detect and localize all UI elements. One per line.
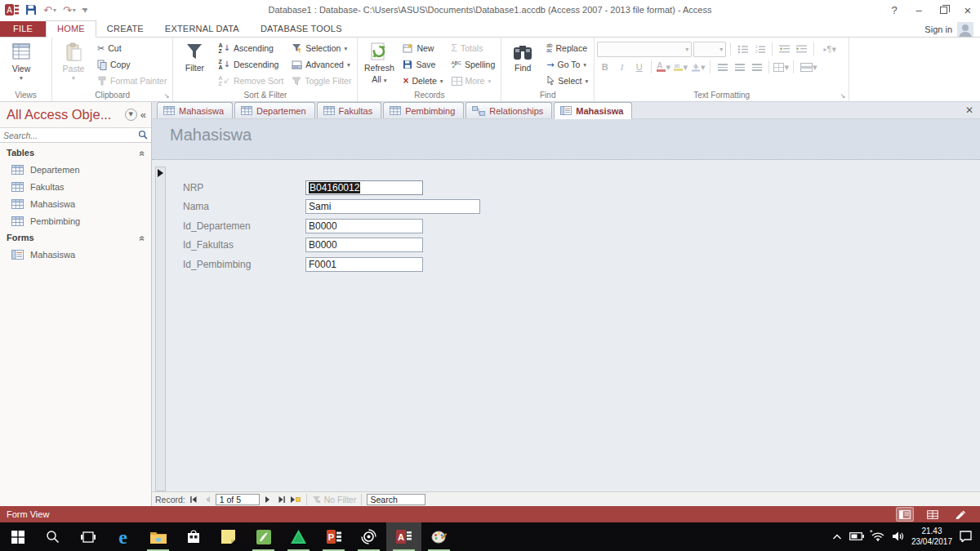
navpane-item-mahasiswa-form[interactable]: Mahasiswa [0, 246, 151, 263]
view-button[interactable]: View ▾ [2, 40, 40, 89]
field-input-id-departemen[interactable]: B0000 [305, 219, 423, 233]
navpane-group-tables[interactable]: Tables « [0, 144, 151, 161]
field-input-nrp[interactable]: B04160012 [305, 180, 423, 195]
navpane-item-departemen[interactable]: Departemen [0, 161, 151, 178]
tab-create[interactable]: CREATE [96, 21, 154, 37]
form-view-icon[interactable] [897, 508, 913, 521]
font-size-combo[interactable]: ▾ [693, 42, 726, 57]
record-position[interactable]: 1 of 5 [216, 494, 260, 505]
delete-record-button[interactable]: × Delete▾ [399, 73, 446, 89]
text-direction-icon[interactable]: ▸¶▾ [818, 42, 841, 57]
taskbar-drawing-app-button[interactable] [246, 522, 281, 551]
no-filter-button[interactable]: No Filter [312, 495, 357, 504]
advanced-button[interactable]: Advanced▾ [288, 56, 354, 73]
doc-tab-mahasiswa-form[interactable]: Mahasiswa [554, 102, 632, 119]
record-selector[interactable] [155, 167, 166, 491]
more-button[interactable]: More▾ [448, 73, 499, 89]
doc-tab-fakultas[interactable]: Fakultas [317, 102, 382, 118]
redo-icon[interactable]: ↷▾ [63, 5, 76, 16]
select-button[interactable]: Select▾ [543, 73, 591, 89]
taskbar-sticky-notes-button[interactable] [211, 522, 246, 551]
shutter-bar-close-icon[interactable]: « [140, 109, 146, 121]
cut-button[interactable]: ✂ Cut [94, 40, 170, 56]
tab-database-tools[interactable]: DATABASE TOOLS [250, 21, 353, 37]
taskbar-search-button[interactable] [35, 522, 70, 551]
collapse-group-icon[interactable]: « [137, 151, 149, 155]
background-color-button[interactable]: ▾ [690, 60, 706, 75]
tray-chevron-up-icon[interactable] [832, 532, 842, 542]
doc-tab-pembimbing[interactable]: Pembimbing [383, 102, 464, 118]
battery-icon[interactable] [849, 532, 864, 542]
first-record-icon[interactable] [188, 494, 199, 505]
increase-indent-icon[interactable] [794, 42, 809, 57]
navpane-search-input[interactable] [3, 131, 135, 140]
navpane-group-forms[interactable]: Forms « [0, 229, 151, 246]
close-tab-icon[interactable]: ✕ [965, 104, 973, 116]
bold-button[interactable]: B [597, 60, 612, 75]
last-record-icon[interactable] [276, 494, 287, 505]
paste-button[interactable]: Paste ▾ [55, 40, 92, 89]
field-input-nama[interactable]: Sami [305, 199, 480, 214]
replace-button[interactable]: abac Replace [543, 40, 591, 56]
numbering-icon[interactable]: 12 [752, 42, 768, 57]
field-input-id-pembimbing[interactable]: F0001 [305, 257, 423, 272]
start-button[interactable] [0, 522, 35, 551]
customize-qat-icon[interactable]: ▬▾ [82, 7, 87, 12]
clipboard-dialog-launcher-icon[interactable]: ↘ [164, 92, 170, 100]
navpane-item-pembimbing[interactable]: Pembimbing [0, 212, 151, 229]
remove-sort-button[interactable]: AZ↙ Remove Sort [215, 73, 287, 89]
restore-icon[interactable] [931, 1, 956, 19]
doc-tab-mahasiswa-table[interactable]: Mahasiswa [157, 102, 233, 118]
navpane-item-mahasiswa-table[interactable]: Mahasiswa [0, 195, 151, 212]
go-to-button[interactable]: → Go To▾ [543, 56, 591, 73]
navpane-item-fakultas[interactable]: Fakultas [0, 178, 151, 195]
font-color-button[interactable]: A▾ [656, 60, 671, 75]
alternate-row-color-button[interactable]: ▾ [798, 60, 819, 75]
navpane-menu-icon[interactable]: ▼ [125, 109, 137, 121]
text-formatting-dialog-launcher-icon[interactable]: ↘ [840, 92, 846, 100]
align-center-icon[interactable] [732, 60, 747, 75]
save-record-button[interactable]: Save [399, 56, 446, 73]
taskbar-file-explorer-button[interactable] [140, 522, 176, 551]
navpane-title[interactable]: All Access Obje... [7, 107, 122, 122]
taskbar-paint-app-button[interactable] [421, 522, 457, 551]
minimize-icon[interactable]: – [906, 1, 931, 19]
toggle-filter-button[interactable]: Toggle Filter [288, 73, 354, 89]
decrease-indent-icon[interactable] [777, 42, 792, 57]
descending-button[interactable]: ZA↓ Descending [215, 56, 287, 73]
wifi-icon[interactable]: * [871, 531, 884, 543]
task-view-button[interactable] [70, 522, 105, 551]
record-search-input[interactable] [367, 494, 425, 505]
format-painter-button[interactable]: Format Painter [94, 73, 170, 89]
action-center-icon[interactable] [960, 531, 972, 544]
taskbar-edge-button[interactable]: e [105, 522, 140, 551]
taskbar-clock[interactable]: 21.43 23/04/2017 [911, 527, 952, 547]
refresh-all-button[interactable]: Refresh All ▾ [360, 40, 398, 89]
ascending-button[interactable]: AZ↓ Ascending [215, 40, 287, 56]
undo-icon[interactable]: ↶▾ [43, 5, 56, 16]
selection-button[interactable]: Selection▾ [288, 40, 354, 56]
tab-file[interactable]: FILE [0, 21, 46, 37]
align-left-icon[interactable] [715, 60, 730, 75]
datasheet-view-icon[interactable] [924, 508, 941, 521]
font-name-combo[interactable]: ▾ [597, 42, 692, 57]
taskbar-sketch-app-button[interactable] [281, 522, 316, 551]
new-record-icon[interactable] [290, 494, 301, 505]
design-view-icon[interactable] [952, 508, 969, 521]
copy-button[interactable]: Copy [94, 56, 170, 73]
save-icon[interactable] [25, 4, 37, 16]
spelling-button[interactable]: ABC✓ Spelling [448, 56, 499, 73]
highlight-color-button[interactable]: ab▾ [673, 60, 688, 75]
taskbar-access-button[interactable]: A [386, 522, 421, 551]
align-right-icon[interactable] [749, 60, 764, 75]
bullets-icon[interactable] [735, 42, 751, 57]
doc-tab-relationships[interactable]: Relationships [466, 102, 552, 118]
taskbar-store-button[interactable] [176, 522, 211, 551]
speaker-icon[interactable] [892, 531, 904, 543]
search-icon[interactable] [138, 130, 148, 141]
next-record-icon[interactable] [262, 494, 274, 505]
totals-button[interactable]: Σ Totals [448, 40, 499, 56]
find-button[interactable]: Find [504, 40, 541, 89]
help-icon[interactable]: ? [882, 1, 906, 19]
italic-button[interactable]: I [614, 60, 630, 75]
